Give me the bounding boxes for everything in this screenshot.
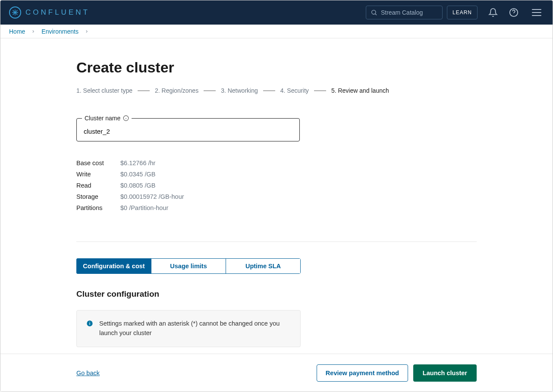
menu-icon[interactable] (532, 9, 541, 16)
info-callout: Settings marked with an asterisk (*) can… (76, 310, 301, 347)
cluster-name-field: Cluster name (76, 115, 300, 141)
search-input[interactable] (381, 9, 438, 16)
launch-cluster-button[interactable]: Launch cluster (413, 364, 477, 382)
step-3[interactable]: 3. Networking (221, 87, 258, 94)
cost-value: $0.0805 /GB (120, 182, 477, 189)
go-back-link[interactable]: Go back (76, 370, 100, 376)
cost-value: $0.00015972 /GB-hour (120, 193, 477, 200)
cost-label: Read (76, 182, 120, 189)
learn-button[interactable]: LEARN (447, 6, 478, 19)
cost-summary: Base cost $6.12766 /hr Write $0.0345 /GB… (76, 160, 477, 211)
breadcrumb: Home Environments (0, 25, 553, 38)
step-5[interactable]: 5. Review and launch (331, 87, 389, 94)
svg-point-4 (372, 10, 376, 14)
step-1[interactable]: 1. Select cluster type (76, 87, 132, 94)
logo-mark-icon (9, 6, 21, 19)
cost-value: $0.0345 /GB (120, 171, 477, 178)
search-icon (371, 9, 377, 16)
breadcrumb-link-environments[interactable]: Environments (41, 28, 79, 35)
cost-value: $6.12766 /hr (120, 160, 477, 166)
search-box[interactable] (366, 6, 443, 19)
svg-line-5 (375, 14, 377, 15)
step-divider (138, 91, 150, 91)
step-2[interactable]: 2. Region/zones (155, 87, 198, 94)
chevron-right-icon (85, 29, 89, 34)
cluster-name-label: Cluster name (82, 115, 132, 122)
info-icon[interactable] (123, 115, 129, 121)
tab-configuration-cost[interactable]: Configuration & cost (76, 258, 151, 274)
cost-label: Partitions (76, 204, 120, 211)
divider (76, 241, 477, 242)
config-tabs: Configuration & cost Usage limits Uptime… (76, 258, 301, 274)
step-4[interactable]: 4. Security (280, 87, 309, 94)
svg-rect-13 (89, 322, 90, 322)
step-divider (314, 91, 326, 91)
cost-label: Base cost (76, 160, 120, 166)
cluster-name-input[interactable] (77, 122, 299, 141)
step-divider (263, 91, 275, 91)
breadcrumb-link-home[interactable]: Home (9, 28, 25, 35)
brand-name: CONFLUENT (25, 8, 90, 17)
tab-uptime-sla[interactable]: Uptime SLA (226, 258, 301, 274)
step-divider (204, 91, 216, 91)
cost-label: Storage (76, 193, 120, 200)
brand-logo[interactable]: CONFLUENT (9, 6, 90, 19)
top-nav: CONFLUENT LEARN (0, 0, 553, 25)
notifications-icon[interactable] (488, 7, 498, 18)
review-payment-button[interactable]: Review payment method (317, 364, 408, 382)
info-icon (86, 320, 93, 327)
chevron-right-icon (31, 29, 35, 34)
cost-value: $0 /Partition-hour (120, 204, 477, 211)
info-text: Settings marked with an asterisk (*) can… (99, 319, 291, 338)
main-content: Create cluster 1. Select cluster type 2.… (0, 38, 553, 354)
tab-usage-limits[interactable]: Usage limits (151, 258, 226, 274)
stepper: 1. Select cluster type 2. Region/zones 3… (76, 87, 477, 94)
page-title: Create cluster (76, 59, 477, 76)
footer-bar: Go back Review payment method Launch clu… (0, 354, 553, 392)
svg-rect-12 (89, 323, 90, 325)
help-icon[interactable] (509, 7, 519, 18)
cost-label: Write (76, 171, 120, 178)
cluster-name-label-text: Cluster name (85, 115, 120, 122)
section-heading: Cluster configuration (76, 289, 477, 299)
